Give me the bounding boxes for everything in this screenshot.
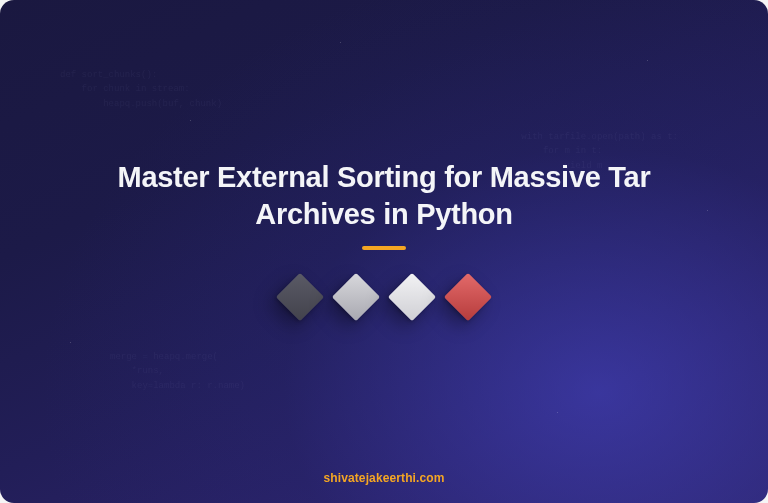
hero-title: Master External Sorting for Massive Tar … bbox=[104, 159, 664, 232]
square-white bbox=[388, 273, 436, 321]
decorative-squares bbox=[283, 280, 485, 314]
footer-domain: shivatejakeerthi.com bbox=[0, 471, 768, 485]
hero-content: Master External Sorting for Massive Tar … bbox=[0, 0, 768, 503]
hero-card: def sort_chunks(): for chunk in stream: … bbox=[0, 0, 768, 503]
square-dark-gray bbox=[276, 273, 324, 321]
square-red bbox=[444, 273, 492, 321]
square-light-gray bbox=[332, 273, 380, 321]
accent-underline bbox=[362, 246, 406, 250]
